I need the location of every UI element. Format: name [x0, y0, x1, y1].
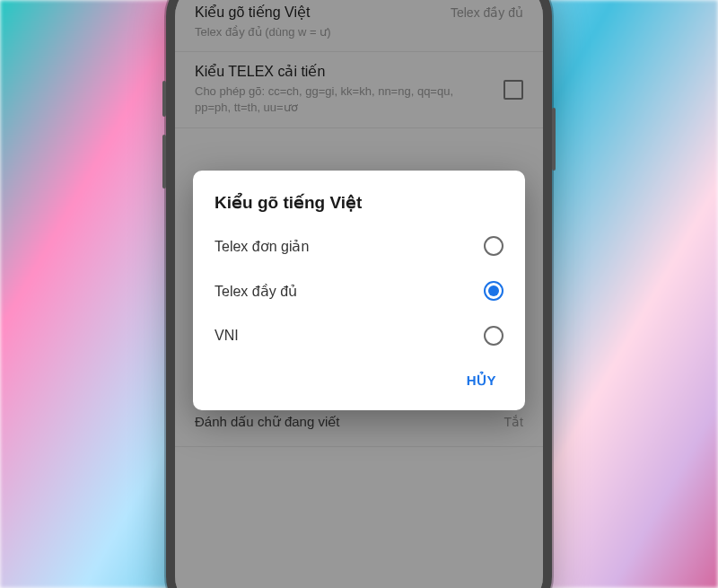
phone-frame: Kiểu gõ tiếng Việt Telex đầy đủ (dùng w …: [166, 0, 552, 588]
radio-checked-icon[interactable]: [484, 281, 503, 301]
option-telex-simple[interactable]: Telex đơn giản: [193, 224, 525, 268]
option-label: Telex đơn giản: [215, 238, 309, 255]
option-vni[interactable]: VNI: [193, 313, 525, 358]
dialog-actions: HỦY: [193, 358, 525, 403]
option-label: VNI: [215, 328, 239, 344]
radio-unchecked-icon[interactable]: [484, 236, 503, 256]
phone-side-button: [162, 135, 166, 189]
dialog-title: Kiểu gõ tiếng Việt: [193, 192, 525, 224]
phone-side-button: [552, 108, 556, 171]
option-label: Telex đầy đủ: [215, 283, 297, 300]
phone-screen: Kiểu gõ tiếng Việt Telex đầy đủ (dùng w …: [175, 0, 543, 588]
dialog-input-method: Kiểu gõ tiếng Việt Telex đơn giản Telex …: [193, 171, 525, 410]
cancel-button[interactable]: HỦY: [456, 365, 507, 396]
phone-side-button: [162, 81, 166, 117]
option-telex-full[interactable]: Telex đầy đủ: [193, 268, 525, 313]
radio-unchecked-icon[interactable]: [484, 326, 503, 346]
